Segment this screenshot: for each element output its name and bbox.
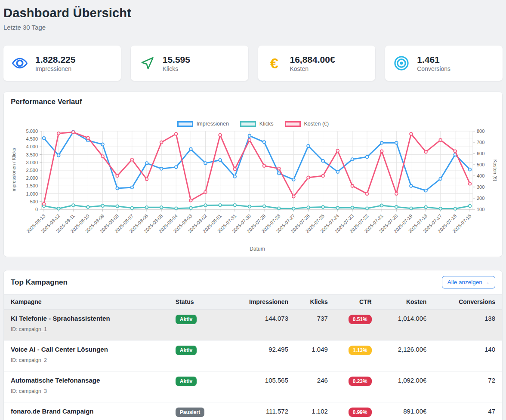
legend-swatch xyxy=(240,121,256,127)
column-header-ctr: CTR xyxy=(335,294,379,310)
stat-label: Impressionen xyxy=(35,65,75,72)
column-header-impressionen: Impressionen xyxy=(218,294,295,310)
svg-text:5.000: 5.000 xyxy=(26,129,38,134)
costs-cell: 1,092.00€ xyxy=(379,371,434,402)
svg-text:3.500: 3.500 xyxy=(26,152,38,157)
legend-item-impressionen[interactable]: Impressionen xyxy=(177,121,229,127)
clicks-cell: 1.049 xyxy=(295,340,335,371)
svg-text:4.500: 4.500 xyxy=(26,136,38,141)
svg-text:700: 700 xyxy=(477,140,484,145)
euro-icon: € xyxy=(266,55,283,72)
conversions-cell: 47 xyxy=(433,402,502,420)
column-header-conversions: Conversions xyxy=(433,294,502,310)
column-header-kosten: Kosten xyxy=(379,294,434,310)
column-header-klicks: Klicks xyxy=(295,294,335,310)
campaign-id: ID: campaign_3 xyxy=(11,388,162,394)
stat-cards: 1.828.225 Impressionen 15.595 Klicks € 1… xyxy=(3,46,503,81)
impressions-cell: 92.495 xyxy=(218,340,295,371)
ctr-badge: 0.23% xyxy=(349,377,372,386)
table-header-row: KampagneStatusImpressionenKlicksCTRKoste… xyxy=(4,294,502,310)
impressions-cell: 105.565 xyxy=(218,371,295,402)
stat-value: 16,884.00€ xyxy=(290,54,335,65)
svg-text:2.000: 2.000 xyxy=(26,175,38,181)
legend-swatch xyxy=(177,121,193,127)
stat-card-klicks: 15.595 Klicks xyxy=(131,46,248,81)
ctr-cell: 0.23% xyxy=(335,371,379,402)
campaign-name: Automatische Telefonansage xyxy=(11,377,162,384)
chart-panel-title: Performance Verlauf xyxy=(11,98,82,106)
costs-cell: 891.00€ xyxy=(379,402,434,420)
page-title: Dashboard Übersicht xyxy=(3,6,503,20)
svg-text:500: 500 xyxy=(477,162,484,167)
ctr-badge: 0.51% xyxy=(349,315,372,324)
svg-text:0: 0 xyxy=(35,207,38,212)
svg-text:1.000: 1.000 xyxy=(26,191,38,196)
svg-text:800: 800 xyxy=(477,129,484,134)
svg-text:Kosten (€): Kosten (€) xyxy=(493,159,497,181)
view-all-button[interactable]: Alle anzeigen → xyxy=(442,276,495,288)
ctr-cell: 0.51% xyxy=(335,310,379,340)
legend-item-klicks[interactable]: Klicks xyxy=(240,121,274,127)
costs-cell: 2,126.00€ xyxy=(379,340,434,371)
campaign-name: KI Telefonie - Sprachassistenten xyxy=(11,315,162,322)
campaign-id: ID: campaign_2 xyxy=(11,357,162,363)
campaign-id: ID: campaign_1 xyxy=(11,326,162,332)
ctr-badge: 0.99% xyxy=(349,408,372,417)
ctr-cell: 0.99% xyxy=(335,402,379,420)
performance-chart: 05001.0001.5002.0002.5003.0003.5004.0004… xyxy=(9,128,497,253)
table-row[interactable]: Automatische TelefonansageID: campaign_3… xyxy=(4,371,502,402)
table-row[interactable]: Voice AI - Call Center LösungenID: campa… xyxy=(4,340,502,371)
svg-text:1.500: 1.500 xyxy=(26,183,38,188)
campaign-cell: fonaro.de Brand CampaignID: campaign_4 xyxy=(4,402,169,420)
status-badge: Aktiv xyxy=(176,377,197,386)
clicks-cell: 737 xyxy=(295,310,335,340)
stat-label: Klicks xyxy=(163,65,190,72)
cursor-icon xyxy=(139,55,156,72)
status-badge: Aktiv xyxy=(176,346,197,355)
campaign-cell: Voice AI - Call Center LösungenID: campa… xyxy=(4,340,169,371)
table-panel-title: Top Kampagnen xyxy=(11,278,68,287)
stat-value: 1.828.225 xyxy=(35,54,75,65)
svg-text:200: 200 xyxy=(477,196,484,201)
status-badge: Aktiv xyxy=(176,315,197,324)
stat-card-conversions: 1.461 Conversions xyxy=(385,46,503,81)
stat-value: 1.461 xyxy=(417,54,450,65)
chart-legend: ImpressionenKlicksKosten (€) xyxy=(9,121,497,127)
status-cell: Pausiert xyxy=(169,402,218,420)
target-icon xyxy=(393,55,410,72)
stat-label: Conversions xyxy=(417,65,450,72)
performance-panel: Performance Verlauf ImpressionenKlicksKo… xyxy=(3,92,503,257)
svg-text:100: 100 xyxy=(477,207,484,212)
svg-text:300: 300 xyxy=(477,184,484,190)
stat-card-kosten: € 16,884.00€ Kosten xyxy=(258,46,376,81)
campaigns-panel: Top Kampagnen Alle anzeigen → KampagneSt… xyxy=(3,270,503,420)
status-badge: Pausiert xyxy=(176,408,204,417)
table-row[interactable]: KI Telefonie - SprachassistentenID: camp… xyxy=(4,310,502,340)
costs-cell: 1,014.00€ xyxy=(379,310,434,340)
campaign-name: fonaro.de Brand Campaign xyxy=(11,408,162,415)
svg-text:3.000: 3.000 xyxy=(26,160,38,165)
ctr-cell: 1.13% xyxy=(335,340,379,371)
page-subtitle: Letzte 30 Tage xyxy=(3,24,503,31)
svg-text:500: 500 xyxy=(30,199,38,204)
conversions-cell: 72 xyxy=(433,371,502,402)
ctr-badge: 1.13% xyxy=(349,346,372,355)
legend-swatch xyxy=(285,121,301,127)
conversions-cell: 138 xyxy=(433,310,502,340)
svg-text:400: 400 xyxy=(477,173,484,178)
impressions-cell: 111.572 xyxy=(218,402,295,420)
campaign-name: Voice AI - Call Center Lösungen xyxy=(11,346,162,353)
legend-item-kosten[interactable]: Kosten (€) xyxy=(285,121,329,127)
legend-label: Impressionen xyxy=(197,121,229,127)
campaigns-table: KampagneStatusImpressionenKlicksCTRKoste… xyxy=(4,294,502,420)
campaign-cell: Automatische TelefonansageID: campaign_3 xyxy=(4,371,169,402)
svg-text:2.500: 2.500 xyxy=(26,168,38,173)
table-row[interactable]: fonaro.de Brand CampaignID: campaign_4Pa… xyxy=(4,402,502,420)
svg-text:600: 600 xyxy=(477,151,484,156)
stat-card-impressionen: 1.828.225 Impressionen xyxy=(3,46,121,81)
status-cell: Aktiv xyxy=(169,340,218,371)
svg-text:4.000: 4.000 xyxy=(26,144,38,149)
svg-text:Impressionen / Klicks: Impressionen / Klicks xyxy=(11,148,16,193)
eye-icon xyxy=(11,55,28,72)
legend-label: Kosten (€) xyxy=(304,121,329,127)
